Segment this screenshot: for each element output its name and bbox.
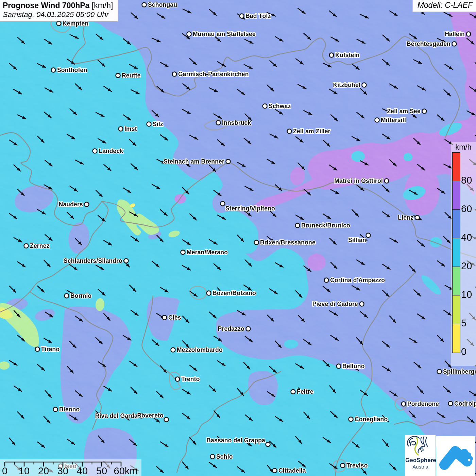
city-label: Garmisch-Partenkirchen xyxy=(178,71,249,78)
weather-map-stage: SchongauBad TölzKemptenMurnau am Staffel… xyxy=(0,0,476,476)
legend-color-bar xyxy=(452,152,460,353)
city-marker xyxy=(147,122,151,126)
city-label: Nauders xyxy=(59,201,83,208)
city-marker xyxy=(287,129,292,134)
city-label: Zernez xyxy=(30,242,50,249)
city-label: Predazzo xyxy=(218,325,244,332)
city-label: Mezzolombardo xyxy=(177,346,223,353)
city-label: Bormio xyxy=(70,292,91,299)
city-marker xyxy=(266,442,270,447)
city-label: Kufstein xyxy=(335,52,360,58)
city-label: Tirano xyxy=(41,346,60,353)
geosphere-contour-icon xyxy=(405,435,430,458)
city-label: Lienz xyxy=(398,214,413,221)
wind-forecast-map[interactable]: SchongauBad TölzKemptenMurnau am Staffel… xyxy=(0,0,476,476)
map-title-unit: [km/h] xyxy=(92,1,113,10)
legend-segment-5 xyxy=(453,295,460,324)
city-garmisch-partenkirchen: Garmisch-Partenkirchen xyxy=(172,71,249,78)
city-marker xyxy=(448,402,453,406)
geosphere-logo-subtext: Austria xyxy=(405,464,436,470)
city-marker xyxy=(142,3,147,7)
city-marker xyxy=(171,348,175,352)
city-label: Bozen/Bolzano xyxy=(213,290,256,296)
scalebar-label-30: 30 xyxy=(57,465,68,476)
city-label: Innsbruck xyxy=(222,119,251,126)
city-cortina-d-ampezzo: Cortina d'Ampezzo xyxy=(324,277,385,284)
legend-title: km/h xyxy=(451,143,476,152)
city-label: Reutte xyxy=(122,72,141,79)
city-zell-am-ziller: Zell am Ziller xyxy=(287,128,330,135)
city-lienz: Lienz xyxy=(398,214,419,221)
legend-tick-80: 80 xyxy=(461,175,472,186)
legend-tick-10: 10 xyxy=(461,289,472,300)
geosphere-logo: GeoSphere Austria xyxy=(405,435,436,476)
distance-scale-bar: 0102030405060km xyxy=(0,459,141,476)
city-label: Schlanders/Silandro xyxy=(64,257,122,264)
scalebar-label-60km: 60km xyxy=(114,465,138,476)
legend-segment-40 xyxy=(453,210,460,238)
city-marker xyxy=(349,417,353,422)
city-schlanders-silandro: Schlanders/Silandro xyxy=(64,257,129,264)
city-marker xyxy=(221,202,225,206)
city-label: Schio xyxy=(216,453,233,460)
map-title-main: Prognose Wind 700hPa xyxy=(3,1,89,10)
city-label: Meran/Merano xyxy=(187,249,228,256)
city-marker xyxy=(163,316,167,320)
city-label: Spilimbergo xyxy=(443,368,476,375)
city-label: Cittadella xyxy=(278,467,306,474)
legend-tick-20: 20 xyxy=(461,260,472,272)
city-marker xyxy=(324,278,329,283)
map-title: Prognose Wind 700hPa [km/h] xyxy=(3,1,113,10)
city-label: Pordenone xyxy=(407,401,439,407)
city-marker xyxy=(175,377,180,381)
city-marker xyxy=(35,347,40,352)
city-brixen-bressanone: Brixen/Bressanone xyxy=(254,239,316,246)
legend-segment-10 xyxy=(453,267,460,295)
city-label: Clès xyxy=(168,314,181,321)
city-label: Sterzing/Vipiteno xyxy=(225,205,275,212)
city-label: Zell am Ziller xyxy=(293,128,330,135)
city-label: Silz xyxy=(153,121,163,128)
city-marker xyxy=(216,121,221,125)
city-label: Feltre xyxy=(297,388,313,395)
city-marker xyxy=(51,68,56,72)
city-berchtesgaden: Berchtesgaden xyxy=(407,40,457,47)
city-label: Bassano del Grappa xyxy=(206,437,265,444)
city-label: Codroipo xyxy=(454,400,476,407)
city-imst: Imst xyxy=(119,125,137,132)
city-marker xyxy=(124,259,129,263)
city-label: Mittersill xyxy=(381,117,406,123)
scalebar-label-50: 50 xyxy=(96,465,107,476)
city-label: Trento xyxy=(181,376,200,382)
city-bruneck-brunico: Bruneck/Brunico xyxy=(295,222,351,229)
city-marker xyxy=(240,14,244,18)
city-marker xyxy=(65,294,69,298)
city-marker xyxy=(116,73,120,78)
city-marker xyxy=(466,32,471,36)
city-marker xyxy=(273,469,277,473)
city-marker xyxy=(172,72,177,76)
city-marker xyxy=(291,390,295,394)
legend-segment-60 xyxy=(453,181,460,210)
city-marker xyxy=(207,291,211,295)
city-murnau-am-staffelsee: Murnau am Staffelsee xyxy=(187,31,256,37)
city-label: Matrei in Osttirol xyxy=(334,177,383,184)
legend-tick-0: 0 xyxy=(461,346,466,357)
map-subtitle: Samstag, 04.01.2025 05:00 Uhr xyxy=(3,10,113,19)
city-marker xyxy=(375,118,379,122)
city-marker xyxy=(93,149,97,153)
city-marker xyxy=(187,32,191,36)
city-label: Schwaz xyxy=(269,103,291,109)
mountain-cloud-logo xyxy=(436,436,475,476)
legend-segment-80 xyxy=(453,153,460,181)
city-marker xyxy=(341,463,345,468)
city-label: Imst xyxy=(124,125,137,132)
city-riva-del-garda: Riva del Garda xyxy=(95,412,144,419)
city-marker xyxy=(362,83,367,87)
city-marker xyxy=(329,53,334,57)
city-pieve-di-cadore: Pieve di Cadore xyxy=(312,301,364,307)
legend-tick-40: 40 xyxy=(461,232,472,243)
city-marker xyxy=(24,244,29,248)
city-marker xyxy=(119,127,123,131)
city-pordenone: Pordenone xyxy=(402,401,439,407)
